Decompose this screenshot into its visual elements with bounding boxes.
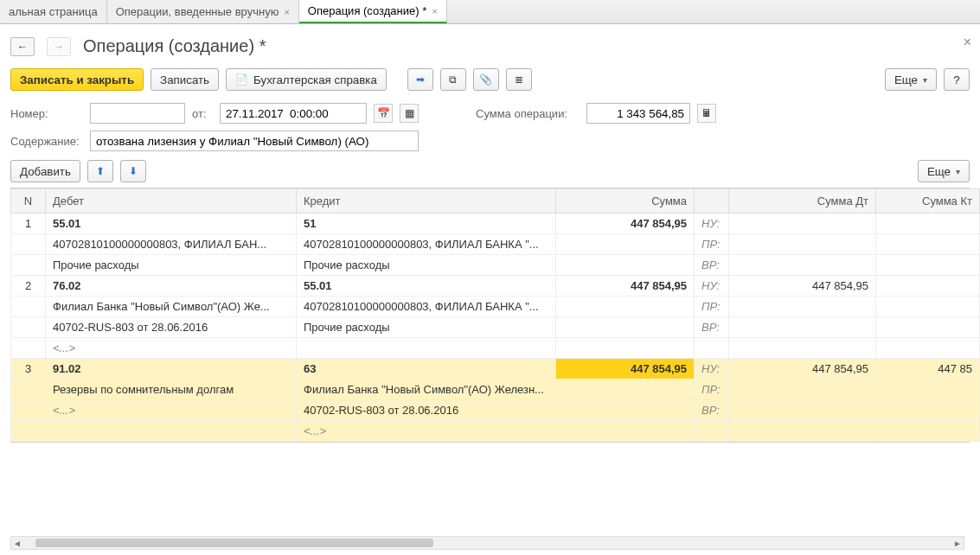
- cell-credit[interactable]: 51: [297, 214, 556, 234]
- cell-credit[interactable]: <...>: [297, 421, 556, 442]
- cell-sum-dt[interactable]: [729, 214, 876, 234]
- cell-credit[interactable]: 40702810100000000803, ФИЛИАЛ БАНКА "...: [297, 234, 556, 255]
- number-input[interactable]: [90, 103, 185, 124]
- cell-debit[interactable]: Прочие расходы: [46, 255, 297, 276]
- cell-credit[interactable]: 40702810100000000803, ФИЛИАЛ БАНКА "...: [297, 297, 556, 317]
- table-row[interactable]: <...>40702-RUS-803 от 28.06.2016ВР:: [11, 400, 980, 421]
- col-sum-kt[interactable]: Сумма Кт: [876, 189, 980, 214]
- date-extra-button[interactable]: ▦: [400, 104, 419, 123]
- tab-home[interactable]: альная страница: [0, 0, 107, 23]
- cell-sum-dt[interactable]: [729, 255, 876, 276]
- col-debit[interactable]: Дебет: [46, 189, 297, 214]
- fill-button[interactable]: ➡: [407, 68, 433, 91]
- cell-debit[interactable]: 55.01: [46, 214, 297, 234]
- forward-button[interactable]: →: [47, 37, 71, 56]
- cell-credit[interactable]: Прочие расходы: [297, 317, 556, 338]
- cell-credit[interactable]: Филиал Банка "Новый Символ"(АО) Железн..…: [297, 380, 556, 400]
- close-icon[interactable]: ×: [432, 6, 437, 16]
- cell-debit[interactable]: <...>: [46, 338, 297, 359]
- cell-sum-kt[interactable]: [876, 400, 980, 421]
- cell-debit[interactable]: [46, 421, 297, 442]
- cell-sum-dt[interactable]: [729, 297, 876, 317]
- col-n[interactable]: N: [11, 189, 46, 214]
- calc-button[interactable]: 🖩: [697, 104, 716, 123]
- cell-sum-dt[interactable]: [729, 317, 876, 338]
- cell-sum-kt[interactable]: [876, 276, 980, 297]
- table-more-button[interactable]: Еще: [918, 160, 970, 182]
- cell-sum-dt[interactable]: [729, 338, 876, 359]
- content-input[interactable]: [90, 131, 419, 151]
- cell-credit[interactable]: 55.01: [297, 276, 556, 297]
- cell-sum-kt[interactable]: [876, 380, 980, 400]
- horizontal-scrollbar[interactable]: ◄ ►: [10, 536, 964, 550]
- cell-sum-dt[interactable]: [729, 421, 876, 442]
- cell-debit[interactable]: Филиал Банка "Новый Символ"(АО) Же...: [46, 297, 297, 317]
- date-input[interactable]: [220, 103, 367, 124]
- cell-sum[interactable]: [556, 400, 695, 421]
- accounting-reference-button[interactable]: 📄 Бухгалтерская справка: [226, 68, 387, 91]
- col-sum[interactable]: Сумма: [556, 189, 695, 214]
- col-credit[interactable]: Кредит: [297, 189, 556, 214]
- move-down-button[interactable]: ⬇: [120, 160, 146, 182]
- structure-button[interactable]: ⧉: [440, 68, 466, 91]
- close-icon[interactable]: ×: [284, 7, 289, 17]
- cell-sum-kt[interactable]: [876, 317, 980, 338]
- cell-debit[interactable]: Резервы по сомнительным долгам: [46, 380, 297, 400]
- table-row[interactable]: 40702810100000000803, ФИЛИАЛ БАН...40702…: [11, 234, 980, 255]
- table-row[interactable]: 391.0263447 854,95НУ:447 854,95447 85: [11, 359, 980, 380]
- tab-operation-create[interactable]: Операция (создание) * ×: [299, 0, 447, 23]
- cell-debit[interactable]: 40702-RUS-803 от 28.06.2016: [46, 317, 297, 338]
- table-row[interactable]: <...>: [11, 421, 980, 442]
- cell-sum-dt[interactable]: [729, 234, 876, 255]
- save-and-close-button[interactable]: Записать и закрыть: [10, 68, 144, 91]
- cell-sum[interactable]: 447 854,95: [556, 276, 695, 297]
- cell-sum-kt[interactable]: [876, 421, 980, 442]
- cell-sum-dt[interactable]: 447 854,95: [729, 276, 876, 297]
- cell-sum-kt[interactable]: [876, 234, 980, 255]
- scroll-right-icon[interactable]: ►: [951, 539, 964, 548]
- cell-sum-kt[interactable]: [876, 338, 980, 359]
- cell-sum[interactable]: [556, 338, 695, 359]
- tab-manual-operations[interactable]: Операции, введенные вручную ×: [107, 0, 299, 23]
- cell-credit[interactable]: 40702-RUS-803 от 28.06.2016: [297, 400, 556, 421]
- table-row[interactable]: 155.0151447 854,95НУ:: [11, 214, 980, 234]
- add-row-button[interactable]: Добавить: [10, 160, 80, 182]
- cell-sum[interactable]: [556, 255, 695, 276]
- back-button[interactable]: ←: [10, 37, 35, 56]
- cell-sum-kt[interactable]: [876, 297, 980, 317]
- cell-credit[interactable]: [297, 338, 556, 359]
- col-sum-dt[interactable]: Сумма Дт: [729, 189, 876, 214]
- move-up-button[interactable]: ⬆: [87, 160, 113, 182]
- cell-debit[interactable]: 91.02: [46, 359, 297, 380]
- cell-sum-dt[interactable]: [729, 380, 876, 400]
- cell-sum[interactable]: 447 854,95: [556, 214, 695, 234]
- cell-sum[interactable]: [556, 421, 695, 442]
- cell-sum-kt[interactable]: 447 85: [876, 359, 980, 380]
- table-row[interactable]: Прочие расходыПрочие расходыВР:: [11, 255, 980, 276]
- cell-debit[interactable]: <...>: [46, 400, 297, 421]
- table-row[interactable]: 276.0255.01447 854,95НУ:447 854,95: [11, 276, 980, 297]
- list-button[interactable]: ≣: [506, 68, 532, 91]
- table-row[interactable]: Резервы по сомнительным долгамФилиал Бан…: [11, 380, 980, 400]
- help-button[interactable]: ?: [944, 68, 970, 91]
- cell-debit[interactable]: 76.02: [46, 276, 297, 297]
- cell-sum[interactable]: [556, 234, 695, 255]
- cell-sum[interactable]: [556, 317, 695, 338]
- table-row[interactable]: Филиал Банка "Новый Символ"(АО) Же...407…: [11, 297, 980, 317]
- cell-sum-dt[interactable]: 447 854,95: [729, 359, 876, 380]
- cell-credit[interactable]: Прочие расходы: [297, 255, 556, 276]
- sum-input[interactable]: [586, 103, 690, 124]
- cell-sum[interactable]: [556, 297, 695, 317]
- cell-debit[interactable]: 40702810100000000803, ФИЛИАЛ БАН...: [46, 234, 297, 255]
- cell-sum-kt[interactable]: [876, 255, 980, 276]
- cell-sum[interactable]: 447 854,95: [556, 359, 695, 380]
- cell-credit[interactable]: 63: [297, 359, 556, 380]
- attach-button[interactable]: 📎: [473, 68, 499, 91]
- table-row[interactable]: <...>: [11, 338, 980, 359]
- scroll-thumb[interactable]: [35, 539, 433, 547]
- table-row[interactable]: 40702-RUS-803 от 28.06.2016Прочие расход…: [11, 317, 980, 338]
- calendar-button[interactable]: 📅: [374, 104, 393, 123]
- save-button[interactable]: Записать: [151, 68, 219, 91]
- cell-sum[interactable]: [556, 380, 695, 400]
- cell-sum-dt[interactable]: [729, 400, 876, 421]
